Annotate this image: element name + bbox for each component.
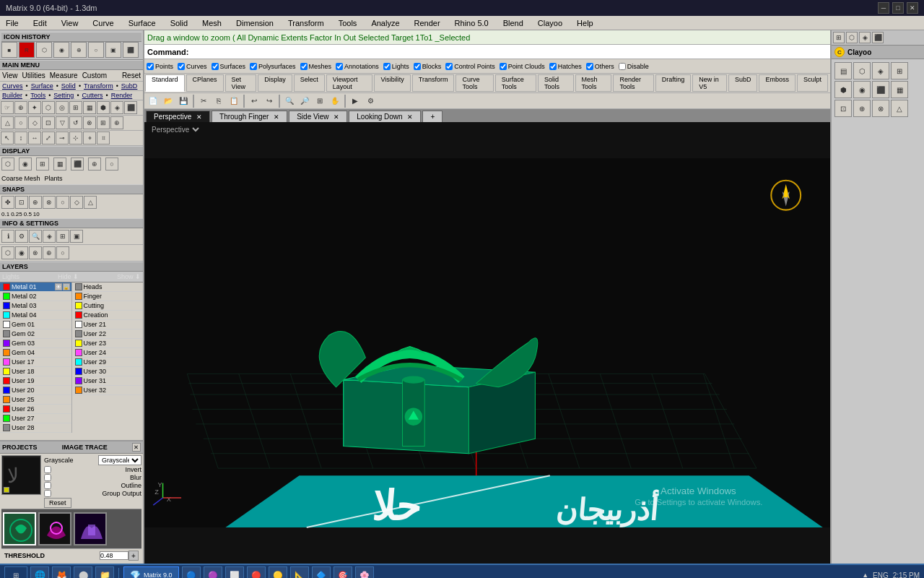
- tb-btn-13[interactable]: ◇: [28, 116, 41, 129]
- clayoo-btn-5[interactable]: ⬢: [834, 81, 852, 98]
- outline-checkbox[interactable]: [44, 482, 51, 489]
- tab-display[interactable]: Display: [258, 74, 292, 92]
- info-btn-6[interactable]: ▣: [70, 230, 83, 243]
- bc-curves[interactable]: Curves: [2, 82, 23, 90]
- menu-dimension[interactable]: Dimension: [233, 19, 276, 27]
- clayoo-btn-12[interactable]: △: [891, 100, 908, 117]
- layer-row-u24[interactable]: User 24: [72, 348, 144, 358]
- layer-row-finger[interactable]: Finger: [72, 292, 144, 301]
- tb-btn-7[interactable]: ▦: [83, 101, 96, 114]
- tab-cplanes[interactable]: CPlanes: [186, 74, 224, 92]
- menu-file[interactable]: File: [3, 19, 22, 27]
- tb-btn-27[interactable]: ⌖: [83, 131, 96, 144]
- tab-select[interactable]: Select: [294, 74, 325, 92]
- tb-btn-19[interactable]: ⊕: [110, 116, 123, 129]
- vp-tab-through-finger[interactable]: Through Finger ✕: [212, 111, 287, 122]
- tb-btn-22[interactable]: ↕: [14, 131, 27, 144]
- taskbar-app-8[interactable]: 🔷: [312, 566, 331, 578]
- layer-row-creation[interactable]: Creation: [72, 311, 144, 320]
- filter-surfaces-cb[interactable]: [212, 63, 219, 70]
- clayoo-btn-10[interactable]: ⊕: [853, 100, 871, 117]
- filter-ctrl-cb[interactable]: [445, 63, 453, 70]
- trace-color-swatch[interactable]: [4, 487, 9, 493]
- filter-disable-cb[interactable]: [619, 63, 626, 70]
- bc-transform[interactable]: Transform: [84, 82, 113, 90]
- snap-btn-5[interactable]: ○: [56, 196, 69, 209]
- layer-row-u29[interactable]: User 29: [72, 358, 144, 367]
- vp-tab-looking-down-close[interactable]: ✕: [407, 113, 413, 121]
- info-btn-11[interactable]: ○: [56, 246, 69, 259]
- viewport[interactable]: Perspective: [144, 122, 830, 564]
- menu-mesh[interactable]: Mesh: [199, 19, 225, 27]
- bc-setting[interactable]: Setting: [53, 92, 74, 99]
- thumb-item-3[interactable]: [74, 512, 107, 545]
- menu-view-lp[interactable]: View: [2, 72, 18, 79]
- layer-row-gem04[interactable]: Gem 04: [0, 348, 71, 358]
- layer-row-u25[interactable]: User 25: [0, 395, 71, 405]
- layer-row-heads[interactable]: Heads: [72, 282, 144, 292]
- tool-settings[interactable]: ⚙: [363, 94, 378, 108]
- tool-render[interactable]: ▶: [348, 94, 362, 108]
- taskbar-firefox[interactable]: 🦊: [52, 566, 71, 578]
- tab-drafting[interactable]: Drafting: [655, 74, 692, 92]
- menu-blend[interactable]: Blend: [500, 19, 526, 27]
- tool-undo[interactable]: ↩: [247, 94, 261, 108]
- hist-icon-8[interactable]: ⬛: [123, 42, 139, 58]
- info-btn-9[interactable]: ⊗: [29, 246, 42, 259]
- info-btn-8[interactable]: ◉: [15, 246, 28, 259]
- layer-row-u31[interactable]: User 31: [72, 376, 144, 386]
- display-btn-4[interactable]: ▦: [53, 158, 66, 171]
- layer-row-metal01[interactable]: Metal 01 👁 🔒: [0, 282, 71, 292]
- tb-btn-21[interactable]: ↖: [1, 131, 14, 144]
- hide-button[interactable]: Hide ⬇: [58, 273, 79, 280]
- menu-measure[interactable]: Measure: [50, 72, 78, 79]
- taskbar-app-4[interactable]: ⬜: [225, 566, 244, 578]
- taskbar-ie[interactable]: 🌐: [30, 566, 49, 578]
- taskbar-app-9[interactable]: 🎯: [334, 566, 352, 578]
- layer-row-gem01[interactable]: Gem 01: [0, 320, 71, 329]
- snap-btn-7[interactable]: △: [84, 196, 97, 209]
- info-btn-7[interactable]: ⬡: [1, 246, 14, 259]
- tb-btn-18[interactable]: ⊞: [97, 116, 110, 129]
- show-button[interactable]: Show ⬇: [117, 273, 141, 280]
- layer-row-metal03[interactable]: Metal 03: [0, 301, 71, 311]
- filter-points-cb[interactable]: [147, 63, 154, 70]
- tb-btn-25[interactable]: ⊸: [56, 131, 69, 144]
- clayoo-btn-3[interactable]: ◈: [872, 62, 889, 79]
- layer-row-metal04[interactable]: Metal 04: [0, 311, 71, 320]
- clayoo-btn-6[interactable]: ◉: [853, 81, 871, 98]
- clayoo-btn-7[interactable]: ⬛: [872, 81, 889, 98]
- clayoo-btn-2[interactable]: ⬡: [853, 62, 871, 79]
- taskbar-app-7[interactable]: 📐: [290, 566, 309, 578]
- hist-icon-3[interactable]: ⬡: [36, 42, 52, 58]
- taskbar-app-5[interactable]: 🔴: [247, 566, 266, 578]
- thumb-item-2[interactable]: [38, 512, 71, 545]
- layer-row-u18[interactable]: User 18: [0, 367, 71, 376]
- tool-new[interactable]: 📄: [146, 94, 160, 108]
- tb-btn-15[interactable]: ▽: [56, 116, 69, 129]
- vp-tab-perspective[interactable]: Perspective ✕: [146, 111, 210, 122]
- display-btn-7[interactable]: ○: [105, 158, 118, 171]
- grayscale-select[interactable]: Grayscale: [98, 455, 141, 465]
- projects-close-btn[interactable]: ✕: [132, 443, 141, 452]
- layer-row-u30[interactable]: User 30: [72, 367, 144, 376]
- display-btn-1[interactable]: ⬡: [1, 158, 14, 171]
- bc-tools[interactable]: Tools: [30, 92, 45, 99]
- tb-btn-9[interactable]: ◈: [110, 101, 123, 114]
- layer-row-metal02[interactable]: Metal 02: [0, 292, 71, 301]
- tb-btn-5[interactable]: ◎: [56, 101, 69, 114]
- tab-standard[interactable]: Standard: [145, 74, 185, 92]
- rp-icon-3[interactable]: ◈: [859, 32, 871, 43]
- taskbar-app-2[interactable]: 🔵: [182, 566, 201, 578]
- rp-icon-4[interactable]: ⬛: [872, 32, 884, 43]
- close-button[interactable]: ✕: [907, 2, 918, 14]
- clayoo-btn-9[interactable]: ⊡: [834, 100, 852, 117]
- menu-solid[interactable]: Solid: [167, 19, 191, 27]
- viewport-mode-select[interactable]: Perspective: [149, 125, 201, 134]
- menu-custom[interactable]: Custom: [82, 72, 107, 79]
- tab-sculpt[interactable]: Sculpt: [797, 74, 828, 92]
- info-btn-2[interactable]: ⚙: [15, 230, 28, 243]
- snap-btn-6[interactable]: ◇: [70, 196, 83, 209]
- vp-tab-side-view[interactable]: Side View ✕: [289, 111, 347, 122]
- hist-icon-6[interactable]: ○: [88, 42, 104, 58]
